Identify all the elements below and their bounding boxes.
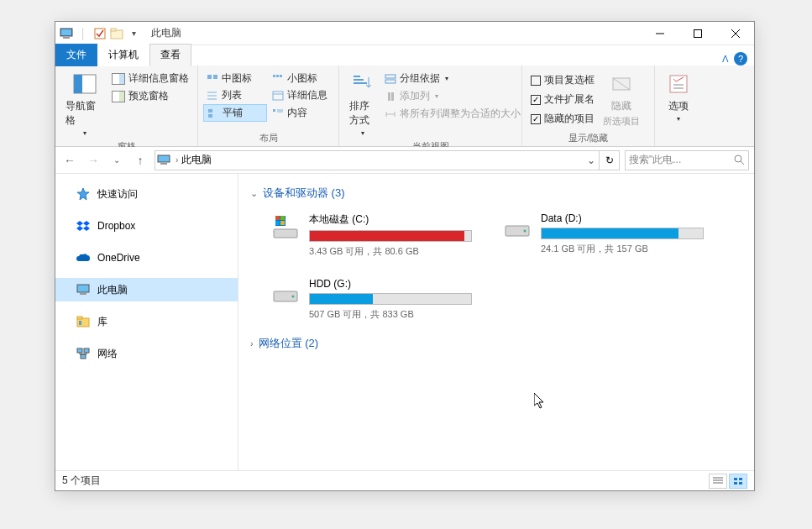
drive-item[interactable]: Data (D:)24.1 GB 可用，共 157 GB	[502, 212, 704, 258]
up-button[interactable]: ↑	[131, 151, 149, 170]
svg-rect-51	[79, 321, 81, 325]
sidebar-item-dropbox[interactable]: Dropbox	[55, 214, 238, 238]
chevron-down-icon: ⌄	[250, 188, 258, 199]
group-header-devices[interactable]: ⌄ 设备和驱动器 (3)	[250, 182, 742, 204]
layout-small-icons[interactable]: 小图标	[269, 71, 333, 86]
svg-point-64	[292, 296, 295, 298]
content-pane[interactable]: ⌄ 设备和驱动器 (3) 本地磁盘 (C:)3.43 GB 可用，共 80.6 …	[238, 174, 754, 470]
svg-rect-32	[354, 79, 364, 81]
svg-rect-15	[119, 92, 124, 102]
forward-button[interactable]: →	[84, 151, 102, 170]
svg-rect-1	[61, 29, 71, 35]
detail-info-pane-button[interactable]: 详细信息窗格	[108, 71, 192, 86]
pc-icon	[76, 282, 91, 297]
drive-stats: 3.43 GB 可用，共 80.6 GB	[309, 245, 472, 258]
drive-item[interactable]: 本地磁盘 (C:)3.43 GB 可用，共 80.6 GB	[270, 212, 472, 258]
checkbox-icon	[531, 95, 541, 105]
svg-rect-44	[160, 163, 167, 165]
svg-rect-7	[694, 29, 701, 37]
svg-rect-34	[385, 75, 396, 78]
address-bar: ← → ⌄ ↑ › 此电脑 ⌄ ↻ 搜索"此电...	[55, 147, 754, 174]
sidebar-item-quick-access[interactable]: 快速访问	[55, 182, 238, 206]
view-details-button[interactable]	[709, 474, 727, 489]
properties-icon[interactable]	[92, 26, 107, 41]
titlebar: │ ▾ 此电脑	[55, 22, 754, 45]
window-controls	[641, 22, 754, 45]
ribbon-collapse-icon[interactable]: ᐱ	[722, 54, 729, 65]
close-button[interactable]	[716, 22, 754, 45]
ribbon-group-layout: 中图标 小图标 列表 详细信息 平铺 内容 布局	[198, 65, 339, 146]
dropdown-icon: ▾	[677, 115, 680, 123]
svg-rect-57	[275, 216, 280, 220]
options-button[interactable]: 选项 ▾	[660, 69, 697, 133]
sidebar-item-network[interactable]: 网络	[55, 342, 238, 365]
drive-icon	[270, 278, 301, 308]
sidebar-item-libraries[interactable]: 库	[55, 310, 238, 333]
autosize-columns-button: 将所有列调整为合适的大小	[381, 106, 524, 122]
onedrive-icon	[76, 250, 91, 265]
svg-rect-50	[77, 317, 82, 319]
svg-rect-20	[280, 75, 282, 77]
dropdown-icon: ▾	[361, 129, 364, 137]
drive-icon	[502, 212, 532, 243]
star-icon	[76, 186, 91, 202]
tab-file[interactable]: 文件	[55, 44, 97, 66]
nav-sidebar: 快速访问 Dropbox OneDrive 此电脑 库 网络	[55, 174, 238, 470]
recent-dropdown-icon[interactable]: ⌄	[107, 151, 126, 170]
ribbon-group-options: 选项 ▾	[655, 65, 702, 146]
tab-computer[interactable]: 计算机	[97, 44, 149, 66]
sidebar-item-this-pc[interactable]: 此电脑	[55, 278, 238, 301]
group-by-button[interactable]: 分组依据▾	[381, 71, 524, 86]
new-folder-icon[interactable]	[109, 26, 124, 41]
breadcrumb[interactable]: 此电脑	[181, 153, 212, 167]
window-title: 此电脑	[151, 26, 181, 40]
svg-rect-33	[354, 82, 367, 84]
preview-pane-button[interactable]: 预览窗格	[108, 88, 192, 104]
svg-rect-55	[274, 229, 297, 238]
sort-button[interactable]: 排序方式 ▾	[344, 69, 381, 139]
qat-dropdown-icon[interactable]: ▾	[126, 26, 141, 41]
add-column-button: 添加列▾	[381, 88, 524, 104]
layout-list[interactable]: 列表	[203, 87, 267, 103]
ribbon-group-panes: 导航窗格 ▾ 详细信息窗格 预览窗格 窗格	[55, 65, 198, 146]
chevron-right-icon: ›	[250, 338, 254, 348]
address-dropdown-icon[interactable]: ⌄	[584, 155, 599, 166]
drive-name: Data (D:)	[541, 212, 704, 224]
svg-rect-31	[354, 76, 360, 77]
nav-pane-button[interactable]: 导航窗格 ▾	[60, 69, 108, 139]
svg-rect-52	[77, 348, 82, 353]
maximize-button[interactable]	[678, 22, 716, 45]
svg-rect-37	[391, 92, 394, 101]
svg-rect-68	[734, 478, 737, 480]
minimize-button[interactable]	[641, 22, 678, 45]
library-icon	[76, 314, 91, 329]
sidebar-item-label: 此电脑	[97, 283, 128, 297]
breadcrumb-separator-icon[interactable]: ›	[172, 155, 181, 165]
search-input[interactable]: 搜索"此电...	[625, 150, 749, 170]
explorer-window: │ ▾ 此电脑 文件 计算机 查看 ᐱ ?	[55, 21, 755, 491]
ribbon-group-current-view: 排序方式 ▾ 分组依据▾ 添加列▾ 将所有列调整为合适的大小 当前视图	[339, 65, 522, 146]
hidden-items-toggle[interactable]: 隐藏的项目	[527, 111, 598, 127]
layout-tiles[interactable]: 平铺	[203, 104, 267, 122]
tab-view[interactable]: 查看	[149, 44, 191, 66]
layout-content[interactable]: 内容	[269, 104, 333, 122]
svg-rect-2	[63, 37, 70, 39]
svg-rect-19	[276, 75, 279, 77]
address-box[interactable]: › 此电脑 ⌄	[155, 150, 600, 170]
sidebar-item-label: 网络	[97, 347, 118, 361]
file-extension-toggle[interactable]: 文件扩展名	[527, 92, 598, 107]
refresh-button[interactable]: ↻	[600, 150, 620, 170]
drive-item[interactable]: HDD (G:)507 GB 可用，共 833 GB	[270, 278, 472, 321]
svg-rect-48	[80, 293, 86, 295]
layout-details[interactable]: 详细信息	[269, 87, 333, 103]
nav-pane-label: 导航窗格	[65, 99, 103, 128]
back-button[interactable]: ←	[60, 151, 79, 170]
svg-rect-70	[734, 482, 737, 484]
view-large-icons-button[interactable]	[729, 474, 747, 489]
item-checkbox-toggle[interactable]: 项目复选框	[527, 72, 598, 88]
sidebar-item-onedrive[interactable]: OneDrive	[55, 246, 238, 270]
group-header-network[interactable]: › 网络位置 (2)	[250, 333, 742, 354]
divider: │	[76, 26, 91, 41]
help-icon[interactable]: ?	[734, 52, 747, 65]
layout-medium-icons[interactable]: 中图标	[203, 71, 267, 86]
